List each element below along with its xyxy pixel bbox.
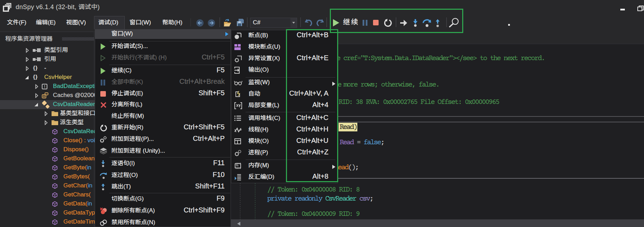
svg-text:!: !	[44, 83, 45, 89]
